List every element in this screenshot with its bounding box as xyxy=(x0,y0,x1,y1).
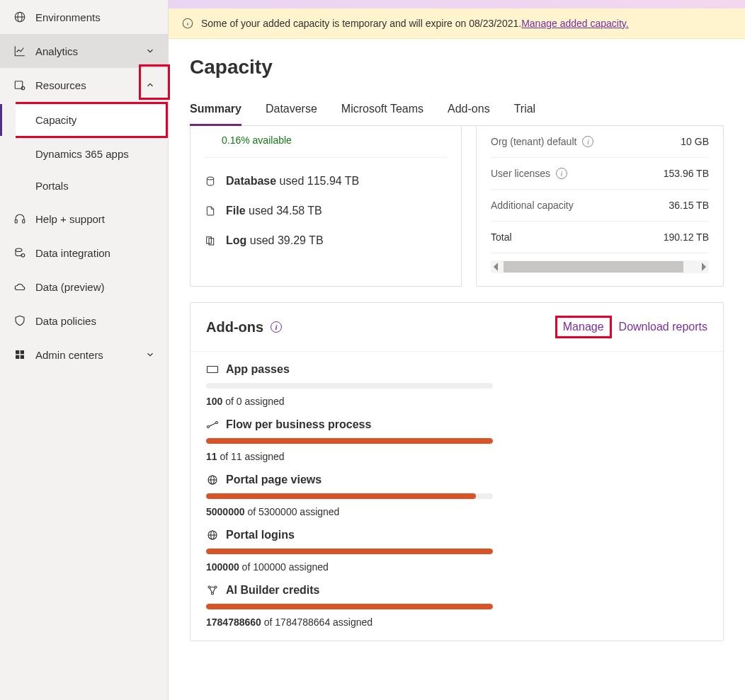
manage-link[interactable]: Manage xyxy=(563,321,604,333)
addon-title-label: Flow per business process xyxy=(226,418,371,431)
sidebar-item-help-support[interactable]: Help + support xyxy=(0,202,168,236)
sidebar-item-environments[interactable]: Environments xyxy=(0,0,168,34)
tabs: Summary Dataverse Microsoft Teams Add-on… xyxy=(190,98,724,126)
globe-icon xyxy=(206,529,219,541)
progress-bar xyxy=(206,493,493,499)
addon-portal-page-views: Portal page views 5000000 of 5300000 ass… xyxy=(190,462,723,517)
sidebar-item-label: Data policies xyxy=(35,315,96,327)
sidebar-item-portals[interactable]: Portals xyxy=(0,170,168,202)
svg-rect-4 xyxy=(15,220,17,224)
addon-status: 1784788660 of 1784788664 assigned xyxy=(206,616,707,628)
sidebar-item-data-policies[interactable]: Data policies xyxy=(0,304,168,338)
source-row-org-default: Org (tenant) defaulti 10 GB xyxy=(491,126,709,158)
info-icon[interactable]: i xyxy=(271,321,282,333)
banner-text: Some of your added capacity is temporary… xyxy=(201,18,521,29)
tab-add-ons[interactable]: Add-ons xyxy=(448,98,490,125)
addon-title-label: AI Builder credits xyxy=(226,584,319,597)
sidebar-item-label: Dynamics 365 apps xyxy=(35,148,129,160)
headset-icon xyxy=(13,212,27,226)
database-used-value: used 115.94 TB xyxy=(276,175,359,187)
horizontal-scrollbar[interactable] xyxy=(491,260,709,273)
sidebar-item-admin-centers[interactable]: Admin centers xyxy=(0,338,168,372)
tab-summary[interactable]: Summary xyxy=(190,98,241,125)
storage-usage-card: 0.16% available Database used 115.94 TB … xyxy=(190,126,462,287)
svg-point-15 xyxy=(207,177,213,180)
info-icon[interactable]: i xyxy=(582,136,593,147)
svg-point-26 xyxy=(215,586,217,588)
capacity-sources-card: Org (tenant) defaulti 10 GB User license… xyxy=(476,126,724,287)
tab-microsoft-teams[interactable]: Microsoft Teams xyxy=(341,98,423,125)
sidebar-item-data-integration[interactable]: Data integration xyxy=(0,236,168,270)
addon-title-label: App passes xyxy=(226,363,290,376)
sidebar: Environments Analytics Resources Capacit… xyxy=(0,0,169,700)
top-bar-gradient xyxy=(169,0,745,8)
sidebar-item-resources[interactable]: Resources xyxy=(0,68,168,102)
sidebar-item-capacity[interactable]: Capacity xyxy=(16,102,168,138)
chevron-up-icon xyxy=(145,80,155,90)
admin-centers-icon xyxy=(13,348,27,362)
addon-ai-builder-credits: AI Builder credits 1784788660 of 1784788… xyxy=(190,573,723,641)
database-icon xyxy=(205,176,217,187)
page-title: Capacity xyxy=(190,56,724,79)
addon-app-passes: App passes 100 of 0 assigned xyxy=(190,352,723,407)
addon-status: 11 of 11 assigned xyxy=(206,451,707,462)
source-row-total: Total 190.12 TB xyxy=(491,222,709,253)
svg-rect-9 xyxy=(21,350,24,354)
main-content: Some of your added capacity is temporary… xyxy=(169,0,745,700)
svg-point-25 xyxy=(208,586,210,588)
addon-portal-logins: Portal logins 100000 of 100000 assigned xyxy=(190,517,723,573)
sidebar-item-dynamics-365-apps[interactable]: Dynamics 365 apps xyxy=(0,138,168,170)
shield-icon xyxy=(13,314,27,328)
sidebar-item-analytics[interactable]: Analytics xyxy=(0,34,168,68)
source-label: Total xyxy=(491,231,512,243)
database-usage: Database used 115.94 TB xyxy=(205,175,447,188)
svg-rect-11 xyxy=(21,355,24,359)
log-label: Log xyxy=(226,234,246,246)
chart-icon xyxy=(13,44,27,58)
globe-icon xyxy=(206,474,219,486)
svg-point-20 xyxy=(216,422,218,424)
log-icon xyxy=(205,235,217,246)
file-usage: File used 34.58 TB xyxy=(205,205,447,217)
svg-point-19 xyxy=(207,426,210,428)
source-row-additional-capacity: Additional capacity 36.15 TB xyxy=(491,190,709,222)
sidebar-item-label: Admin centers xyxy=(35,349,103,361)
sidebar-item-data-preview[interactable]: Data (preview) xyxy=(0,270,168,304)
flow-icon xyxy=(206,420,219,430)
resources-icon xyxy=(13,78,27,92)
file-label: File xyxy=(226,205,246,217)
progress-bar xyxy=(206,604,493,609)
source-label: Org (tenant) default xyxy=(491,136,576,147)
download-reports-link[interactable]: Download reports xyxy=(619,321,707,333)
sidebar-item-label: Capacity xyxy=(35,114,76,126)
app-passes-icon xyxy=(206,365,219,374)
sidebar-item-label: Analytics xyxy=(35,45,78,57)
highlight-box-manage: Manage xyxy=(555,316,612,338)
addon-status: 100000 of 100000 assigned xyxy=(206,561,707,573)
source-label: User licenses xyxy=(491,168,550,179)
sidebar-item-label: Environments xyxy=(35,11,101,23)
sidebar-item-label: Portals xyxy=(35,180,69,192)
addons-card: Add-ons i Manage Download reports App pa… xyxy=(190,302,724,641)
source-value: 153.96 TB xyxy=(664,168,709,179)
source-value: 190.12 TB xyxy=(664,231,709,243)
source-label: Additional capacity xyxy=(491,200,574,211)
data-integration-icon xyxy=(13,246,27,260)
sidebar-item-label: Data (preview) xyxy=(35,281,105,293)
info-icon xyxy=(181,17,194,30)
addon-status: 5000000 of 5300000 assigned xyxy=(206,506,707,517)
cloud-icon xyxy=(13,280,27,294)
banner-link[interactable]: Manage added capacity. xyxy=(521,18,629,29)
addon-title-label: Portal page views xyxy=(226,474,322,486)
info-icon[interactable]: i xyxy=(556,168,567,179)
tab-trial[interactable]: Trial xyxy=(514,98,536,125)
database-label: Database xyxy=(226,175,276,187)
svg-rect-10 xyxy=(16,355,19,359)
log-used-value: used 39.29 TB xyxy=(246,234,323,246)
globe-icon xyxy=(13,10,27,24)
file-icon xyxy=(205,205,217,217)
sidebar-item-label: Data integration xyxy=(35,247,110,259)
tab-dataverse[interactable]: Dataverse xyxy=(266,98,317,125)
svg-point-6 xyxy=(16,248,22,252)
svg-rect-5 xyxy=(23,220,25,224)
